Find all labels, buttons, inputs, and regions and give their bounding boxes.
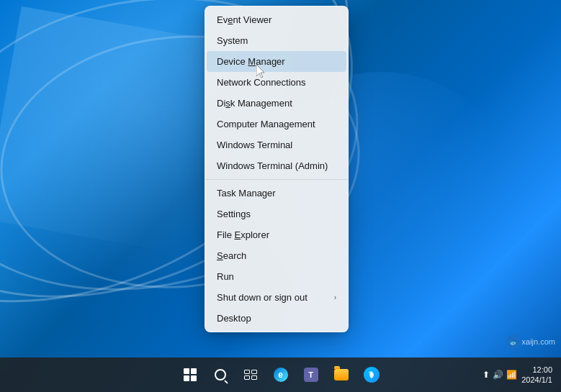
menu-item-settings[interactable]: Settings <box>205 204 348 224</box>
edge-browser-icon: e <box>274 368 288 382</box>
system-tray: ⬆ 🔊 📶 12:00 2024/1/1 <box>483 365 552 386</box>
submenu-arrow-icon: › <box>334 293 336 301</box>
menu-item-system[interactable]: System <box>205 30 348 51</box>
taskbar-icon-group: e T <box>176 360 386 389</box>
task-view-icon <box>244 370 257 380</box>
menu-item-file-explorer[interactable]: File Explorer <box>205 224 348 245</box>
menu-item-search[interactable]: Search <box>205 245 348 266</box>
menu-item-device-manager[interactable]: Device Manager <box>207 51 346 72</box>
watermark: 🐟 xaijn.com <box>506 334 555 349</box>
menu-item-computer-management[interactable]: Computer Management <box>205 114 348 135</box>
menu-separator-1 <box>205 179 348 180</box>
custom-app-icon <box>364 367 380 383</box>
menu-item-desktop[interactable]: Desktop <box>205 308 348 329</box>
tray-icons: ⬆ 🔊 📶 <box>483 370 517 380</box>
windows-logo-icon <box>184 368 197 381</box>
menu-item-shut-down[interactable]: Shut down or sign out › <box>205 287 348 308</box>
menu-item-run[interactable]: Run <box>205 266 348 287</box>
menu-item-task-manager[interactable]: Task Manager <box>205 183 348 204</box>
taskbar-custom-app-button[interactable] <box>357 360 386 389</box>
taskbar-explorer-button[interactable] <box>327 360 356 389</box>
menu-item-windows-terminal[interactable]: Windows Terminal <box>205 135 348 155</box>
menu-item-windows-terminal-admin[interactable]: Windows Terminal (Admin) <box>205 155 348 176</box>
taskbar-taskview-button[interactable] <box>236 360 265 389</box>
clock[interactable]: 12:00 2024/1/1 <box>521 365 552 386</box>
taskbar-edge-button[interactable]: e <box>266 360 295 389</box>
menu-item-network-connections[interactable]: Network Connections <box>205 72 348 93</box>
menu-item-event-viewer[interactable]: Event Viewer <box>205 9 348 30</box>
taskbar-search-button[interactable] <box>206 360 235 389</box>
start-button[interactable] <box>176 360 205 389</box>
explorer-icon <box>334 369 349 380</box>
taskbar-teams-button[interactable]: T <box>297 360 326 389</box>
taskbar: e T ⬆ 🔊 📶 12 <box>0 357 561 392</box>
context-menu: Event Viewer System Device Manager Netwo… <box>205 6 349 332</box>
menu-item-disk-management[interactable]: Disk Management <box>205 93 348 114</box>
teams-icon: T <box>304 368 318 382</box>
search-icon <box>215 369 226 380</box>
